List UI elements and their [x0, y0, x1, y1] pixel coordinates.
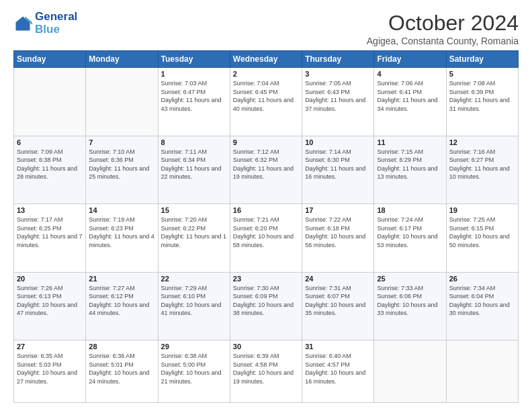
day-number: 10 [305, 138, 371, 146]
day-info: Sunrise: 7:15 AMSunset: 6:29 PMDaylight:… [377, 148, 443, 181]
col-header-wednesday: Wednesday [230, 51, 302, 68]
day-info: Sunrise: 6:40 AMSunset: 4:57 PMDaylight:… [305, 352, 371, 385]
day-info: Sunrise: 6:36 AMSunset: 5:01 PMDaylight:… [89, 352, 154, 385]
col-header-monday: Monday [86, 51, 158, 68]
calendar-cell: 16Sunrise: 7:21 AMSunset: 6:20 PMDayligh… [230, 204, 302, 273]
day-info: Sunrise: 7:29 AMSunset: 6:10 PMDaylight:… [161, 284, 227, 318]
calendar-cell: 5Sunrise: 7:08 AMSunset: 6:39 PMDaylight… [446, 68, 518, 136]
day-number: 16 [233, 206, 299, 214]
day-number: 19 [449, 206, 515, 214]
day-info: Sunrise: 7:14 AMSunset: 6:30 PMDaylight:… [305, 148, 371, 181]
calendar-cell: 26Sunrise: 7:34 AMSunset: 6:04 PMDayligh… [446, 272, 518, 340]
day-info: Sunrise: 7:11 AMSunset: 6:34 PMDaylight:… [161, 148, 227, 181]
calendar-cell [446, 340, 518, 403]
day-number: 14 [89, 206, 154, 214]
day-number: 17 [305, 206, 371, 214]
calendar-cell [14, 68, 86, 136]
col-header-thursday: Thursday [302, 51, 374, 68]
calendar-cell: 24Sunrise: 7:31 AMSunset: 6:07 PMDayligh… [302, 272, 374, 340]
day-number: 15 [161, 206, 227, 214]
day-number: 1 [161, 70, 227, 78]
day-number: 21 [89, 275, 154, 283]
calendar-cell [374, 340, 446, 403]
day-info: Sunrise: 7:12 AMSunset: 6:32 PMDaylight:… [233, 148, 299, 181]
day-info: Sunrise: 7:10 AMSunset: 6:36 PMDaylight:… [89, 148, 154, 181]
day-number: 3 [305, 70, 371, 78]
calendar-cell: 6Sunrise: 7:09 AMSunset: 6:38 PMDaylight… [14, 136, 86, 204]
day-number: 23 [233, 275, 299, 283]
day-info: Sunrise: 7:24 AMSunset: 6:17 PMDaylight:… [377, 216, 443, 249]
header-row: SundayMondayTuesdayWednesdayThursdayFrid… [14, 51, 519, 68]
calendar-cell: 14Sunrise: 7:19 AMSunset: 6:23 PMDayligh… [86, 204, 158, 273]
week-row-2: 6Sunrise: 7:09 AMSunset: 6:38 PMDaylight… [14, 136, 519, 204]
day-info: Sunrise: 7:22 AMSunset: 6:18 PMDaylight:… [305, 216, 371, 249]
day-info: Sunrise: 7:03 AMSunset: 6:47 PMDaylight:… [161, 79, 227, 113]
day-number: 22 [161, 275, 227, 283]
day-number: 4 [377, 70, 443, 78]
day-info: Sunrise: 7:21 AMSunset: 6:20 PMDaylight:… [233, 216, 299, 249]
day-info: Sunrise: 6:35 AMSunset: 5:03 PMDaylight:… [17, 352, 83, 385]
day-number: 18 [377, 206, 443, 214]
calendar-cell: 25Sunrise: 7:33 AMSunset: 6:06 PMDayligh… [374, 272, 446, 340]
day-number: 11 [377, 138, 443, 146]
logo-line1: General [35, 11, 77, 24]
calendar-cell: 12Sunrise: 7:16 AMSunset: 6:27 PMDayligh… [446, 136, 518, 204]
logo-line2: Blue [35, 24, 77, 36]
calendar-cell: 4Sunrise: 7:06 AMSunset: 6:41 PMDaylight… [374, 68, 446, 136]
calendar-cell: 17Sunrise: 7:22 AMSunset: 6:18 PMDayligh… [302, 204, 374, 273]
svg-marker-0 [16, 16, 30, 30]
day-number: 30 [233, 342, 299, 351]
day-info: Sunrise: 7:16 AMSunset: 6:27 PMDaylight:… [449, 148, 515, 181]
calendar-cell: 21Sunrise: 7:27 AMSunset: 6:12 PMDayligh… [86, 272, 158, 340]
col-header-friday: Friday [374, 51, 446, 68]
col-header-sunday: Sunday [14, 51, 86, 68]
day-info: Sunrise: 7:20 AMSunset: 6:22 PMDaylight:… [161, 216, 227, 249]
day-info: Sunrise: 7:04 AMSunset: 6:45 PMDaylight:… [233, 79, 299, 113]
calendar-cell: 11Sunrise: 7:15 AMSunset: 6:29 PMDayligh… [374, 136, 446, 204]
day-number: 24 [305, 275, 371, 283]
calendar-cell: 1Sunrise: 7:03 AMSunset: 6:47 PMDaylight… [158, 68, 230, 136]
day-info: Sunrise: 7:34 AMSunset: 6:04 PMDaylight:… [449, 284, 515, 318]
day-info: Sunrise: 7:05 AMSunset: 6:43 PMDaylight:… [305, 79, 371, 113]
day-info: Sunrise: 7:25 AMSunset: 6:15 PMDaylight:… [449, 216, 515, 249]
calendar-cell: 20Sunrise: 7:26 AMSunset: 6:13 PMDayligh… [14, 272, 86, 340]
header: General Blue October 2024 Agigea, Consta… [13, 11, 519, 46]
day-info: Sunrise: 7:27 AMSunset: 6:12 PMDaylight:… [89, 284, 154, 318]
week-row-4: 20Sunrise: 7:26 AMSunset: 6:13 PMDayligh… [14, 272, 519, 340]
calendar-cell: 9Sunrise: 7:12 AMSunset: 6:32 PMDaylight… [230, 136, 302, 204]
day-info: Sunrise: 7:19 AMSunset: 6:23 PMDaylight:… [89, 216, 154, 249]
day-info: Sunrise: 7:08 AMSunset: 6:39 PMDaylight:… [449, 79, 515, 113]
col-header-saturday: Saturday [446, 51, 518, 68]
main-title: October 2024 [367, 11, 519, 36]
calendar-cell: 10Sunrise: 7:14 AMSunset: 6:30 PMDayligh… [302, 136, 374, 204]
day-number: 5 [449, 70, 515, 78]
week-row-1: 1Sunrise: 7:03 AMSunset: 6:47 PMDaylight… [14, 68, 519, 136]
day-number: 28 [89, 342, 154, 351]
page: General Blue October 2024 Agigea, Consta… [0, 0, 532, 411]
day-number: 7 [89, 138, 154, 146]
day-info: Sunrise: 6:38 AMSunset: 5:00 PMDaylight:… [161, 352, 227, 385]
day-number: 20 [17, 275, 83, 283]
calendar-cell: 19Sunrise: 7:25 AMSunset: 6:15 PMDayligh… [446, 204, 518, 273]
subtitle: Agigea, Constanta County, Romania [367, 36, 519, 46]
day-info: Sunrise: 7:06 AMSunset: 6:41 PMDaylight:… [377, 79, 443, 113]
calendar-cell: 13Sunrise: 7:17 AMSunset: 6:25 PMDayligh… [14, 204, 86, 273]
calendar-cell: 7Sunrise: 7:10 AMSunset: 6:36 PMDaylight… [86, 136, 158, 204]
day-number: 2 [233, 70, 299, 78]
day-number: 12 [449, 138, 515, 146]
day-number: 6 [17, 138, 83, 146]
calendar-table: SundayMondayTuesdayWednesdayThursdayFrid… [13, 50, 519, 403]
calendar-cell: 3Sunrise: 7:05 AMSunset: 6:43 PMDaylight… [302, 68, 374, 136]
day-number: 29 [161, 342, 227, 351]
day-number: 26 [449, 275, 515, 283]
day-info: Sunrise: 7:31 AMSunset: 6:07 PMDaylight:… [305, 284, 371, 318]
day-number: 27 [17, 342, 83, 351]
day-info: Sunrise: 7:33 AMSunset: 6:06 PMDaylight:… [377, 284, 443, 318]
logo: General Blue [13, 11, 77, 36]
day-number: 9 [233, 138, 299, 146]
calendar-cell: 31Sunrise: 6:40 AMSunset: 4:57 PMDayligh… [302, 340, 374, 403]
col-header-tuesday: Tuesday [158, 51, 230, 68]
logo-icon [13, 14, 32, 33]
day-info: Sunrise: 7:30 AMSunset: 6:09 PMDaylight:… [233, 284, 299, 318]
day-info: Sunrise: 7:17 AMSunset: 6:25 PMDaylight:… [17, 216, 83, 249]
